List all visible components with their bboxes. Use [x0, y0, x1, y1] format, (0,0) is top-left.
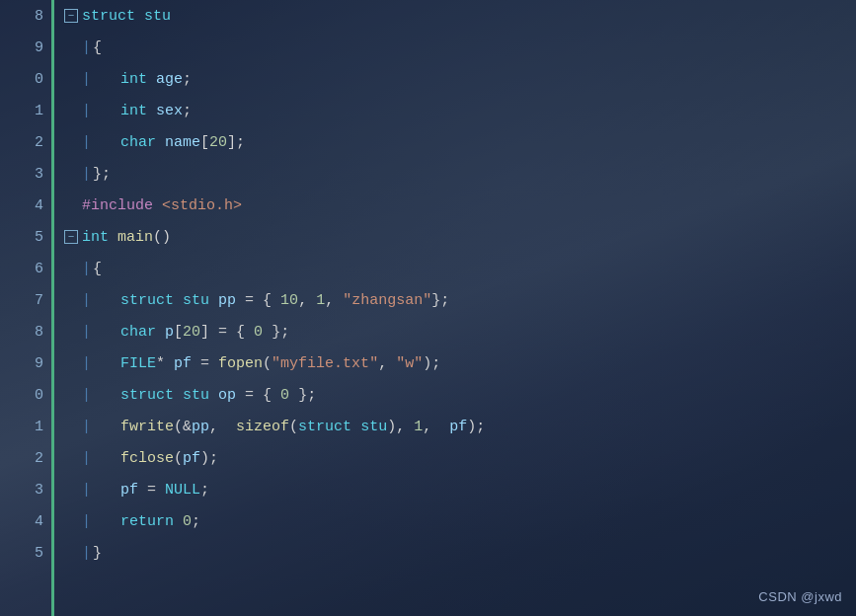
line-num-1: 8 — [0, 0, 51, 32]
line-gutter: 8 9 0 1 2 3 4 5 6 7 8 9 0 1 2 3 4 5 — [0, 0, 54, 616]
line-num-14: 1 — [0, 411, 51, 442]
kw-char-2: char — [120, 324, 156, 341]
var-pf: pf — [174, 355, 192, 372]
kw-int-1: int — [120, 71, 147, 88]
var-pf-4: pf — [120, 482, 138, 499]
kw-int-2: int — [120, 103, 147, 119]
var-pf-3: pf — [183, 450, 200, 467]
line-num-16: 3 — [0, 474, 51, 505]
code-line-8: −int main() — [54, 221, 856, 253]
code-line-13: |struct stu op = { 0 }; — [54, 379, 856, 411]
watermark: CSDN @jxwd — [758, 589, 842, 604]
code-line-4: |int sex; — [54, 95, 856, 126]
var-pp: pp — [218, 292, 236, 309]
kw-struct-1: struct — [82, 8, 135, 25]
code-line-11: |char p[20] = { 0 }; — [54, 316, 856, 347]
code-line-6: |}; — [54, 158, 856, 190]
line-num-11: 8 — [0, 316, 51, 347]
str-zhangsan: "zhangsan" — [343, 292, 431, 309]
type-stu-3: stu — [183, 387, 209, 404]
line-num-13: 0 — [0, 379, 51, 411]
type-stu-2: stu — [183, 292, 209, 309]
fn-sizeof: sizeof — [236, 419, 289, 435]
code-line-7: #include <stdio.h> — [54, 190, 856, 221]
kw-struct-4: struct — [298, 419, 351, 435]
code-line-16: |pf = NULL; — [54, 474, 856, 505]
line-num-8: 5 — [0, 221, 51, 253]
fn-fopen: fopen — [218, 355, 263, 372]
type-stu-4: stu — [360, 419, 387, 435]
line-num-17: 4 — [0, 505, 51, 537]
var-pp-2: pp — [192, 419, 209, 435]
var-age: age — [156, 71, 183, 88]
code-line-5: |char name[20]; — [54, 126, 856, 158]
line-num-3: 0 — [0, 63, 51, 95]
line-num-4: 1 — [0, 95, 51, 126]
var-name: name — [165, 134, 200, 151]
code-line-14: |fwrite(&pp, sizeof(struct stu), 1, pf); — [54, 411, 856, 442]
code-line-10: |struct stu pp = { 10, 1, "zhangsan"}; — [54, 284, 856, 316]
line-num-12: 9 — [0, 347, 51, 379]
kw-struct-2: struct — [120, 292, 174, 309]
var-pf-2: pf — [449, 419, 467, 435]
line-num-5: 2 — [0, 126, 51, 158]
code-line-12: |FILE* pf = fopen("myfile.txt", "w"); — [54, 347, 856, 379]
code-line-9: |{ — [54, 253, 856, 284]
fold-button-2[interactable]: − — [64, 230, 78, 244]
fn-fclose: fclose — [120, 450, 174, 467]
line-num-10: 7 — [0, 284, 51, 316]
kw-struct-3: struct — [120, 387, 174, 404]
line-num-15: 2 — [0, 442, 51, 474]
kw-char-1: char — [120, 134, 156, 151]
str-w: "w" — [396, 355, 423, 372]
line-num-18: 5 — [0, 537, 51, 569]
code-line-15: |fclose(pf); — [54, 442, 856, 474]
kw-int-3: int — [82, 229, 109, 246]
type-stu-1: stu — [144, 8, 171, 25]
line-num-2: 9 — [0, 32, 51, 63]
kw-return: return — [120, 513, 174, 530]
code-area: −struct stu |{ |int age; |int sex; |char… — [54, 0, 856, 616]
type-file: FILE — [120, 355, 156, 372]
code-line-17: |return 0; — [54, 505, 856, 537]
line-num-9: 6 — [0, 253, 51, 284]
code-line-1: −struct stu — [54, 0, 856, 32]
preprocessor-include: #include — [82, 197, 153, 214]
code-panel: 8 9 0 1 2 3 4 5 6 7 8 9 0 1 2 3 4 5 −str… — [0, 0, 856, 616]
code-line-2: |{ — [54, 32, 856, 63]
code-line-18: |} — [54, 537, 856, 569]
line-num-7: 4 — [0, 190, 51, 221]
line-num-6: 3 — [0, 158, 51, 190]
fold-button-1[interactable]: − — [64, 9, 78, 23]
fn-main: main — [117, 229, 153, 246]
var-p20: p — [165, 324, 174, 341]
kw-null: NULL — [165, 482, 200, 499]
str-myfile: "myfile.txt" — [272, 355, 378, 372]
fn-fwrite: fwrite — [120, 419, 174, 435]
code-line-3: |int age; — [54, 63, 856, 95]
include-file: <stdio.h> — [162, 197, 242, 214]
var-op: op — [218, 387, 236, 404]
var-sex: sex — [156, 103, 183, 119]
